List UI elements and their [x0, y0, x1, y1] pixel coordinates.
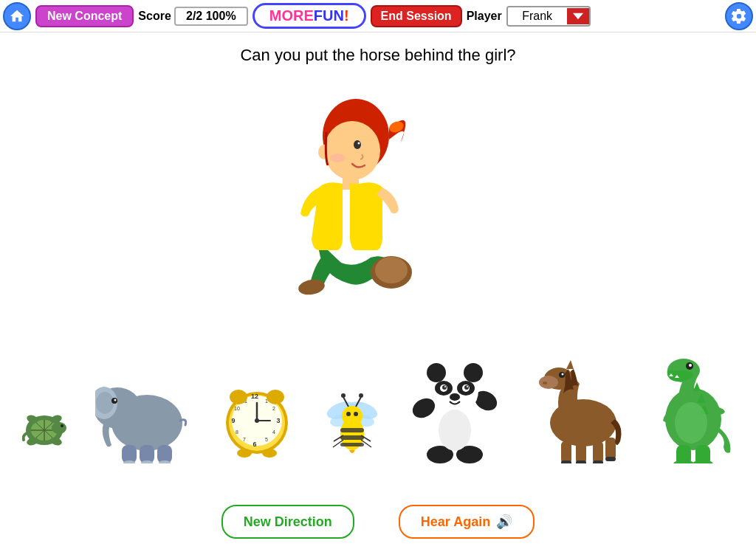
settings-button[interactable] — [725, 2, 753, 30]
speaker-icon: 🔊 — [496, 514, 512, 530]
bottom-buttons: New Direction Hear Again 🔊 — [0, 505, 756, 539]
animals-row: 12 3 6 9 1 2 4 5 7 8 10 11 — [0, 338, 756, 463]
home-button[interactable] — [3, 2, 31, 30]
svg-point-52 — [255, 418, 259, 423]
animal-elephant[interactable] — [95, 360, 191, 463]
svg-rect-62 — [340, 428, 364, 432]
svg-text:8: 8 — [236, 429, 238, 435]
animal-turtle[interactable] — [22, 390, 66, 463]
new-direction-button[interactable]: New Direction — [221, 505, 354, 539]
svg-point-6 — [330, 153, 345, 162]
svg-text:5: 5 — [265, 437, 268, 442]
svg-point-97 — [543, 382, 547, 384]
more-fun-more: MORE — [269, 7, 314, 24]
svg-point-67 — [354, 412, 358, 416]
svg-point-55 — [237, 449, 252, 458]
svg-rect-107 — [605, 457, 616, 461]
svg-point-91 — [467, 386, 468, 387]
svg-rect-102 — [593, 441, 603, 463]
svg-text:2: 2 — [272, 406, 275, 411]
svg-rect-106 — [593, 460, 603, 463]
svg-point-116 — [675, 402, 707, 444]
end-session-button[interactable]: End Session — [371, 5, 462, 27]
player-select-container: Frank — [506, 6, 591, 27]
player-dropdown-button[interactable] — [567, 8, 589, 24]
svg-point-99 — [562, 373, 564, 376]
svg-point-4 — [354, 140, 361, 149]
svg-point-3 — [318, 145, 330, 159]
score-container: Score 2/2 100% — [138, 7, 247, 26]
svg-point-56 — [262, 449, 277, 458]
svg-text:10: 10 — [234, 406, 240, 411]
score-label: Score — [138, 10, 171, 23]
svg-text:4: 4 — [272, 429, 275, 435]
svg-point-90 — [444, 386, 446, 387]
animal-horse[interactable] — [528, 353, 624, 463]
svg-point-93 — [439, 410, 471, 451]
svg-point-5 — [358, 142, 360, 145]
svg-rect-105 — [576, 460, 586, 463]
animal-bee[interactable] — [323, 382, 382, 463]
question-text: Can you put the horse behind the girl? — [0, 32, 756, 65]
svg-point-89 — [464, 385, 469, 390]
svg-rect-64 — [340, 443, 364, 446]
animal-panda[interactable] — [410, 353, 499, 463]
svg-text:3: 3 — [276, 417, 280, 424]
svg-point-92 — [450, 393, 460, 401]
animal-dinosaur[interactable] — [653, 353, 734, 463]
svg-point-18 — [61, 424, 63, 427]
svg-point-96 — [539, 376, 558, 389]
svg-point-111 — [689, 364, 692, 367]
svg-point-28 — [114, 399, 116, 401]
svg-text:6: 6 — [252, 441, 256, 448]
animal-clock[interactable]: 12 3 6 9 1 2 4 5 7 8 10 11 — [220, 368, 294, 463]
hear-again-button[interactable]: Hear Again 🔊 — [399, 505, 535, 539]
svg-point-65 — [342, 406, 362, 427]
svg-rect-63 — [340, 435, 364, 440]
player-label: Player — [467, 10, 502, 23]
svg-rect-103 — [605, 438, 616, 460]
more-fun-badge: MORE FUN ! — [252, 3, 366, 29]
girl-character — [282, 92, 474, 328]
svg-point-69 — [341, 393, 346, 398]
svg-point-66 — [346, 412, 351, 416]
svg-point-71 — [359, 393, 363, 398]
svg-rect-104 — [561, 460, 571, 463]
svg-point-83 — [464, 363, 483, 382]
svg-rect-100 — [561, 441, 571, 463]
player-name: Frank — [508, 7, 567, 25]
svg-point-26 — [96, 392, 114, 414]
more-fun-fun: FUN — [314, 7, 344, 24]
hear-again-label: Hear Again — [421, 514, 490, 530]
svg-point-17 — [52, 422, 66, 434]
svg-point-10 — [375, 257, 408, 283]
svg-rect-101 — [576, 441, 586, 463]
svg-point-88 — [442, 385, 447, 390]
new-concept-button[interactable]: New Concept — [35, 5, 134, 27]
svg-point-2 — [324, 121, 380, 180]
header-bar: New Concept Score 2/2 100% MORE FUN ! En… — [0, 0, 756, 32]
svg-point-82 — [427, 363, 446, 382]
svg-text:9: 9 — [231, 417, 235, 424]
more-fun-excl: ! — [344, 7, 349, 24]
score-value: 2/2 100% — [174, 7, 248, 26]
svg-text:12: 12 — [251, 393, 258, 400]
main-area: Can you put the horse behind the girl? — [0, 32, 756, 552]
svg-text:7: 7 — [243, 437, 246, 442]
